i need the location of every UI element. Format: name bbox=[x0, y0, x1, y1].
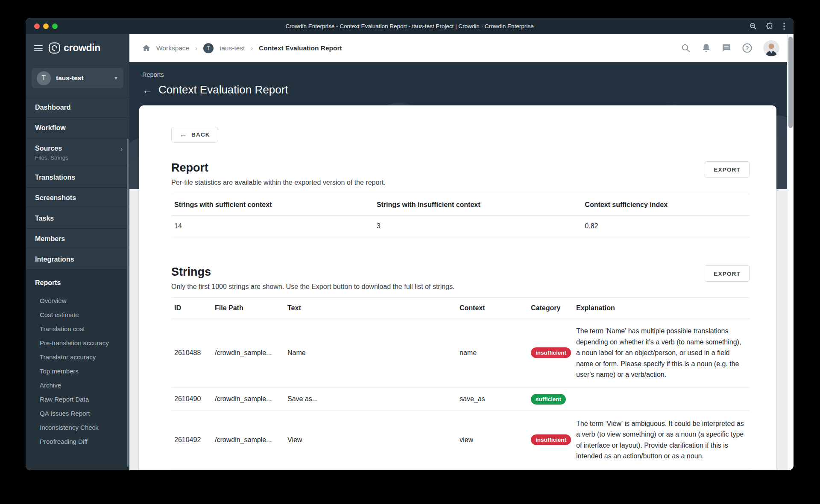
table-row[interactable]: 2610488 /crowdin_sample... Name name ins… bbox=[171, 318, 750, 388]
stat-label: Strings with sufficient context bbox=[171, 194, 374, 216]
category-badge: sufficient bbox=[531, 394, 566, 405]
window-title: Crowdin Enterprise - Context Evaluation … bbox=[285, 23, 533, 29]
cell-explanation bbox=[573, 387, 750, 411]
sidebar-report-subitem[interactable]: Translator accuracy bbox=[26, 350, 129, 364]
column-header: Explanation bbox=[573, 298, 750, 318]
sidebar-report-subitem[interactable]: QA Issues Report bbox=[26, 406, 129, 420]
report-section-description: Per-file statistics are available within… bbox=[171, 179, 386, 186]
column-header: ID bbox=[171, 298, 212, 318]
category-badge: insufficient bbox=[531, 434, 571, 445]
messages-icon[interactable] bbox=[722, 44, 731, 52]
sidebar-item-tasks[interactable]: Tasks bbox=[26, 208, 129, 229]
project-name: taus-test bbox=[56, 74, 84, 82]
report-section-heading: Report bbox=[171, 161, 386, 175]
breadcrumb-current-page: Context Evaluation Report bbox=[259, 44, 342, 52]
sidebar-item-translations[interactable]: Translations bbox=[26, 167, 129, 188]
stat-value: 3 bbox=[374, 216, 582, 237]
sidebar-item-dashboard[interactable]: Dashboard bbox=[26, 97, 129, 118]
breadcrumb: Workspace › T taus-test › Context Evalua… bbox=[142, 43, 342, 53]
maximize-window-button[interactable] bbox=[52, 23, 58, 29]
search-icon[interactable] bbox=[681, 44, 691, 53]
strings-export-button[interactable]: EXPORT bbox=[705, 265, 750, 282]
sidebar-report-subitem[interactable]: Pre-translation accuracy bbox=[26, 336, 129, 350]
cell-category: sufficient bbox=[528, 387, 573, 411]
notifications-bell-icon[interactable] bbox=[702, 43, 711, 53]
user-avatar[interactable] bbox=[763, 40, 779, 56]
column-header: File Path bbox=[212, 298, 284, 318]
sidebar-report-subitem[interactable]: Overview bbox=[26, 294, 129, 308]
chevron-right-icon: › bbox=[120, 145, 123, 152]
sidebar-report-subitem[interactable]: Translation cost bbox=[26, 322, 129, 336]
column-header: Category bbox=[528, 298, 573, 318]
window-scrollbar-thumb[interactable] bbox=[788, 37, 793, 128]
hero-eyebrow: Reports bbox=[142, 71, 288, 78]
stat-label: Strings with insufficient context bbox=[374, 194, 582, 216]
minimize-window-button[interactable] bbox=[43, 23, 49, 29]
sidebar-report-subitem[interactable]: Archive bbox=[26, 378, 129, 392]
sidebar-item-screenshots[interactable]: Screenshots bbox=[26, 188, 129, 208]
sidebar-item-label: Sources bbox=[35, 145, 122, 152]
strings-table: IDFile PathTextContextCategoryExplanatio… bbox=[171, 297, 750, 469]
sidebar-section-reports: Reports Overview Cost estimate Translati… bbox=[26, 270, 129, 470]
sidebar-report-subitem[interactable]: Raw Report Data bbox=[26, 392, 129, 406]
sidebar-item-workflow[interactable]: Workflow bbox=[26, 118, 129, 138]
back-arrow-icon[interactable]: ← bbox=[142, 85, 152, 95]
help-icon[interactable]: ? bbox=[742, 43, 752, 53]
crowdin-logo[interactable]: crowdin bbox=[49, 42, 100, 54]
chevron-right-icon: › bbox=[251, 45, 253, 52]
strings-section-description: Only the first 1000 strings are shown. U… bbox=[171, 283, 454, 291]
project-selector[interactable]: T taus-test ▼ bbox=[32, 68, 123, 88]
cell-context: save_as bbox=[457, 387, 528, 411]
cell-file-path: /crowdin_sample... bbox=[212, 411, 284, 469]
crowdin-logo-icon bbox=[49, 42, 60, 54]
stat-value: 14 bbox=[171, 216, 374, 237]
svg-text:?: ? bbox=[746, 45, 749, 51]
titlebar: Crowdin Enterprise - Context Evaluation … bbox=[26, 18, 794, 34]
sidebar-item-reports[interactable]: Reports bbox=[26, 279, 129, 287]
sidebar-scrollbar[interactable] bbox=[127, 139, 129, 467]
cell-id: 2610490 bbox=[171, 387, 212, 411]
breadcrumb-workspace[interactable]: Workspace bbox=[156, 44, 189, 52]
sidebar-item-sources[interactable]: Sources Files, Strings › bbox=[26, 138, 129, 167]
cell-context: view bbox=[457, 411, 528, 469]
project-avatar: T bbox=[37, 71, 51, 85]
back-arrow-icon: ← bbox=[179, 130, 187, 139]
breadcrumb-project-avatar: T bbox=[203, 43, 214, 53]
sidebar-item-label: Integrations bbox=[35, 256, 122, 263]
traffic-lights bbox=[34, 23, 58, 29]
sidebar-report-subitem[interactable]: Top members bbox=[26, 364, 129, 378]
kebab-menu-icon[interactable] bbox=[783, 23, 785, 30]
cell-file-path: /crowdin_sample... bbox=[212, 318, 284, 388]
sidebar-item-label: Workflow bbox=[35, 124, 122, 132]
window-scrollbar[interactable] bbox=[787, 34, 794, 470]
sidebar-item-label: Members bbox=[35, 235, 122, 243]
zoom-indicator-icon[interactable] bbox=[750, 23, 757, 30]
stat-value: 0.82 bbox=[582, 216, 750, 237]
sidebar-item-label: Screenshots bbox=[35, 194, 122, 202]
sidebar-item-sublabel: Files, Strings bbox=[35, 154, 122, 161]
home-icon[interactable] bbox=[142, 44, 150, 52]
sidebar-report-subitem[interactable]: Cost estimate bbox=[26, 308, 129, 322]
table-row[interactable]: 2610490 /crowdin_sample... Save as... sa… bbox=[171, 387, 750, 411]
sidebar-item-members[interactable]: Members bbox=[26, 229, 129, 249]
extensions-icon[interactable] bbox=[766, 22, 774, 30]
category-badge: insufficient bbox=[531, 347, 571, 358]
hamburger-menu-icon[interactable] bbox=[34, 45, 43, 51]
report-export-button[interactable]: EXPORT bbox=[705, 161, 750, 178]
cell-explanation: The term 'View' is ambiguous. It could b… bbox=[573, 411, 750, 469]
cell-file-path: /crowdin_sample... bbox=[212, 387, 284, 411]
cell-text: View bbox=[284, 411, 457, 469]
table-row[interactable]: 2610492 /crowdin_sample... View view ins… bbox=[171, 411, 750, 469]
close-window-button[interactable] bbox=[34, 23, 40, 29]
back-button[interactable]: ← BACK bbox=[171, 127, 218, 143]
breadcrumb-project[interactable]: taus-test bbox=[220, 44, 245, 52]
sidebar-report-subitem[interactable]: Proofreading Diff bbox=[26, 434, 129, 449]
sidebar-item-integrations[interactable]: Integrations bbox=[26, 249, 129, 270]
chevron-right-icon: › bbox=[195, 45, 197, 52]
app-window: Crowdin Enterprise - Context Evaluation … bbox=[26, 18, 794, 470]
sidebar-report-subitem[interactable]: Inconsistency Check bbox=[26, 420, 129, 434]
cell-text: Save as... bbox=[284, 387, 457, 411]
column-header: Context bbox=[457, 298, 528, 318]
sidebar-nav: Dashboard Workflow Sources Files, String… bbox=[26, 97, 129, 270]
cell-text: Name bbox=[284, 318, 457, 388]
